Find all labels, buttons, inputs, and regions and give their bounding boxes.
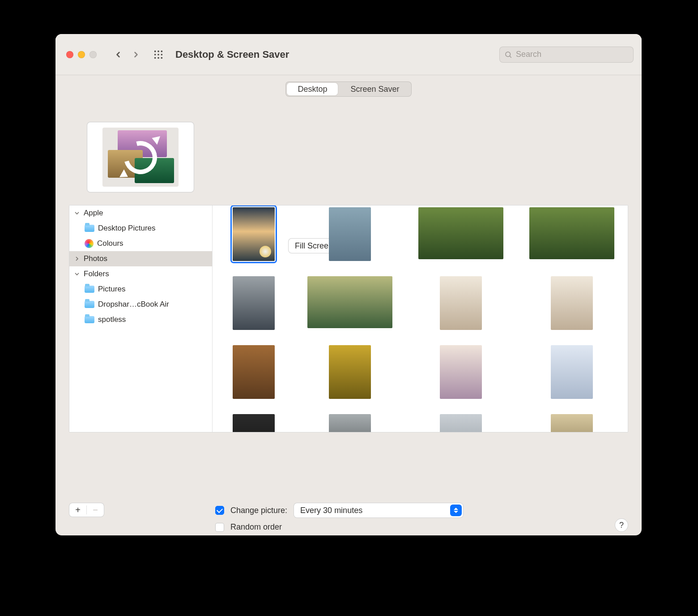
sidebar-item-pictures[interactable]: Pictures — [69, 282, 212, 297]
sidebar-item-label: spotless — [98, 315, 126, 324]
sidebar-item-label: Colours — [97, 239, 123, 248]
svg-line-10 — [510, 56, 511, 57]
fit-mode-value: Fill Screen — [295, 241, 333, 251]
thumbnail[interactable] — [440, 276, 482, 330]
svg-point-5 — [161, 54, 163, 56]
chevron-down-icon — [74, 272, 80, 276]
back-button[interactable] — [109, 46, 127, 64]
tab-segmented-control: Desktop Screen Saver — [285, 81, 411, 97]
show-all-button[interactable] — [149, 46, 167, 64]
close-window-button[interactable] — [66, 51, 73, 58]
thumbnail[interactable] — [551, 414, 593, 432]
minimize-window-button[interactable] — [78, 51, 85, 58]
folder-icon — [85, 316, 94, 323]
chevron-right-icon — [74, 257, 80, 261]
search-icon — [504, 51, 512, 59]
thumbnail[interactable] — [329, 345, 371, 399]
folder-icon — [85, 225, 94, 232]
thumbnail[interactable] — [233, 207, 275, 261]
sidebar-item-spotless[interactable]: spotless — [69, 312, 212, 327]
add-remove-control: + − — [69, 503, 104, 517]
svg-point-2 — [161, 50, 163, 52]
chevron-up-down-icon — [450, 505, 462, 516]
tab-desktop[interactable]: Desktop — [287, 83, 338, 95]
folder-icon — [85, 286, 94, 293]
thumbnail[interactable] — [233, 414, 275, 432]
colour-wheel-icon — [85, 239, 94, 248]
svg-point-0 — [154, 50, 156, 52]
help-button[interactable]: ? — [615, 518, 628, 532]
thumbnail[interactable] — [307, 276, 392, 328]
change-interval-select[interactable]: Every 30 minutes — [294, 503, 464, 518]
footer: + − Change picture: Every 30 minutes Ran… — [69, 503, 628, 532]
sidebar-item-label: Desktop Pictures — [98, 224, 156, 233]
desktop-preview — [87, 122, 194, 192]
random-order-checkbox[interactable] — [215, 523, 224, 532]
thumbnail[interactable] — [233, 345, 275, 399]
sidebar-section-label: Folders — [84, 270, 109, 278]
sidebar-section-apple[interactable]: Apple — [69, 205, 212, 221]
sidebar-section-label: Apple — [84, 209, 103, 218]
source-split: Apple Desktop Pictures Colours Photos — [69, 205, 628, 432]
sidebar-section-photos[interactable]: Photos — [69, 251, 212, 266]
add-folder-button[interactable]: + — [69, 503, 86, 517]
sidebar-item-desktop-pictures[interactable]: Desktop Pictures — [69, 221, 212, 236]
window-controls — [66, 51, 97, 58]
content-area: Desktop Screen Saver Fill Screen — [55, 81, 642, 535]
thumbnail[interactable] — [233, 276, 275, 330]
thumbnail[interactable] — [418, 207, 503, 259]
thumbnail[interactable] — [440, 345, 482, 399]
svg-point-8 — [161, 57, 163, 59]
cycle-icon — [102, 128, 179, 187]
sidebar-item-label: Pictures — [98, 285, 125, 294]
svg-point-7 — [157, 57, 159, 59]
svg-point-3 — [154, 54, 156, 56]
thumbnail-grid[interactable] — [213, 205, 628, 432]
search-input[interactable] — [516, 50, 629, 59]
thumbnail[interactable] — [551, 345, 593, 399]
zoom-window-button — [89, 51, 97, 58]
thumbnail[interactable] — [329, 414, 371, 432]
svg-point-4 — [157, 54, 159, 56]
search-field[interactable] — [499, 47, 634, 63]
change-picture-label: Change picture: — [230, 506, 287, 515]
sidebar-item-colours[interactable]: Colours — [69, 236, 212, 251]
svg-point-1 — [157, 50, 159, 52]
preferences-window: Desktop & Screen Saver Desktop Screen Sa… — [55, 34, 642, 535]
sidebar-section-folders[interactable]: Folders — [69, 266, 212, 282]
sidebar-section-label: Photos — [84, 254, 107, 263]
source-sidebar[interactable]: Apple Desktop Pictures Colours Photos — [69, 205, 213, 432]
toolbar: Desktop & Screen Saver — [55, 34, 642, 75]
svg-point-9 — [506, 52, 511, 57]
thumbnail[interactable] — [440, 414, 482, 432]
window-title: Desktop & Screen Saver — [175, 49, 289, 60]
change-interval-value: Every 30 minutes — [300, 506, 362, 515]
thumbnail[interactable] — [529, 207, 614, 259]
folder-icon — [85, 301, 94, 308]
chevron-down-icon — [74, 211, 80, 215]
thumbnail[interactable] — [329, 207, 371, 261]
random-order-label: Random order — [230, 522, 282, 532]
remove-folder-button: − — [87, 503, 104, 517]
thumbnail[interactable] — [551, 276, 593, 330]
change-picture-checkbox[interactable] — [215, 506, 224, 515]
sidebar-item-dropshare[interactable]: Dropshar…cBook Air — [69, 297, 212, 312]
svg-point-6 — [154, 57, 156, 59]
forward-button — [127, 46, 145, 64]
tab-screen-saver[interactable]: Screen Saver — [339, 82, 411, 96]
sidebar-item-label: Dropshar…cBook Air — [98, 300, 169, 309]
